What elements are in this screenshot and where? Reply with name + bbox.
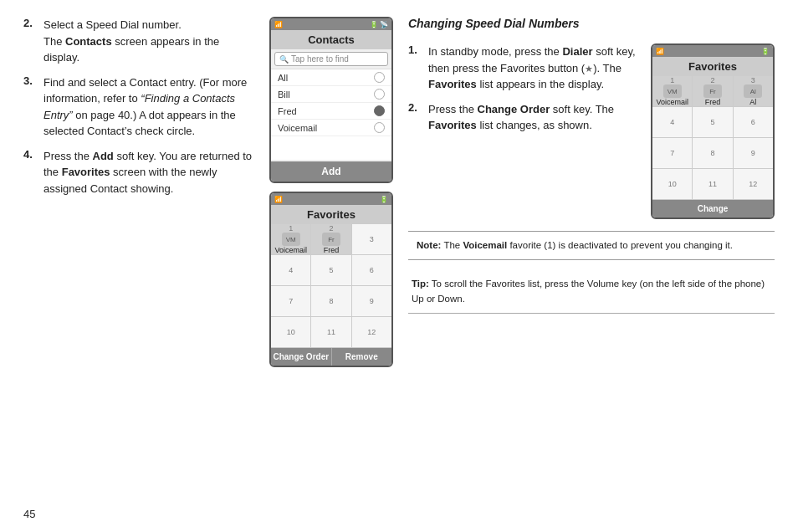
- fav-left-status-icons: 🔋: [380, 196, 388, 203]
- fav-row-1: 1 VM Voicemail 2 Fr Fred 3: [271, 224, 391, 255]
- contact-label-fred: Fred: [278, 106, 297, 116]
- page-number: 45: [23, 508, 35, 520]
- right-step-2-number: 2.: [408, 101, 423, 134]
- contacts-search-bar[interactable]: 🔍 Tap here to find: [274, 52, 388, 66]
- contact-row-bill[interactable]: Bill: [271, 86, 391, 103]
- contact-label-voicemail: Voicemail: [278, 123, 317, 133]
- step-4-content: Press the Add soft key. You are returned…: [43, 148, 258, 197]
- right-step-1-bold2: Favorites: [428, 78, 477, 90]
- favorites-phone-left: 📶 🔋 Favorites 1 VM Voicemail: [269, 192, 393, 367]
- contact-circle-bill: [374, 89, 385, 100]
- fav-right-cell-vm[interactable]: 1 VM Voicemail: [652, 76, 693, 106]
- fav-cell-6[interactable]: 6: [352, 255, 391, 285]
- fav-right-cell-fred[interactable]: 2 Fr Fred: [693, 76, 733, 106]
- right-step-2-bold1: Change Order: [478, 103, 550, 115]
- favorites-right-bottom: Change: [652, 200, 773, 217]
- contact-circle-voicemail: [374, 122, 385, 133]
- fav-cell-2[interactable]: 2 Fr Fred: [311, 224, 351, 254]
- left-phones: 📶 🔋📡 Contacts 🔍 Tap here to find: [266, 17, 393, 367]
- tip-label: Tip:: [412, 279, 429, 289]
- left-steps: 2. Select a Speed Dial number. The Conta…: [23, 17, 258, 367]
- left-column: 2. Select a Speed Dial number. The Conta…: [23, 17, 408, 519]
- note-text1: The: [441, 240, 463, 250]
- step-3-text2: on page 40.) A dot appears in the select…: [43, 109, 236, 138]
- fav-cell-10[interactable]: 10: [271, 317, 311, 347]
- right-step-1-number: 1.: [408, 43, 423, 93]
- step-3-content: Find and select a Contact entry. (For mo…: [43, 74, 258, 140]
- fav-right-row-3: 7 8 9: [652, 138, 773, 169]
- fav-right-row-4: 10 11 12: [652, 169, 773, 200]
- fav-avatar-fred: Fr: [322, 233, 340, 246]
- fav-row-4: 10 11 12: [271, 317, 391, 348]
- step-2-block: 2. Select a Speed Dial number. The Conta…: [23, 17, 258, 66]
- fav-cell-9[interactable]: 9: [352, 286, 391, 316]
- step-4-number: 4.: [23, 148, 38, 197]
- contact-row-fred[interactable]: Fred: [271, 103, 391, 120]
- fav-avatar-voicemail: VM: [282, 233, 300, 246]
- fav-cell-12[interactable]: 12: [352, 317, 391, 347]
- note-text2: favorite (1) is deactivated to prevent y…: [507, 240, 733, 250]
- fav-right-cell-al[interactable]: 3 Al Al: [734, 76, 773, 106]
- fav-cell-1[interactable]: 1 VM Voicemail: [271, 224, 311, 254]
- right-step-2-text3: list changes, as shown.: [477, 119, 592, 131]
- step-4-text1: Press the: [43, 150, 93, 162]
- favorites-phone-right: 📶 🔋 Favorites 1 VM Voicemail: [651, 43, 775, 219]
- fav-right-row-2: 4 5 6: [652, 107, 773, 138]
- fav-right-avatar-fred: Fr: [703, 84, 722, 98]
- favorites-right-title: Favorites: [652, 57, 773, 76]
- note-bold-voicemail: Voicemail: [463, 240, 507, 250]
- fav-cell-8[interactable]: 8: [311, 286, 351, 316]
- left-steps-phones: 2. Select a Speed Dial number. The Conta…: [23, 17, 393, 367]
- step-2-text1: Select a Speed Dial number.: [43, 18, 182, 31]
- step-2-content: Select a Speed Dial number. The Contacts…: [43, 17, 258, 66]
- contacts-status-bar: 📶 🔋📡: [271, 18, 391, 30]
- fav-cell-11[interactable]: 11: [311, 317, 351, 347]
- favorites-star-icon: ★: [585, 64, 593, 74]
- fav-cell-4[interactable]: 4: [271, 255, 311, 285]
- contact-circle-all: [374, 72, 385, 83]
- right-step-1-text3: ). The: [593, 62, 622, 74]
- contacts-add-button[interactable]: Add: [271, 161, 391, 182]
- right-step-1-text1: In standby mode, press the: [428, 45, 562, 58]
- contact-row-voicemail[interactable]: Voicemail: [271, 120, 391, 136]
- right-main: 1. In standby mode, press the Dialer sof…: [408, 43, 775, 219]
- favorites-left-bottom: Change Order Remove: [271, 348, 391, 366]
- contact-label-bill: Bill: [278, 90, 290, 100]
- change-order-button[interactable]: Change Order: [271, 348, 332, 366]
- tip-block: Tip: To scroll the Favorites list, press…: [408, 270, 775, 314]
- remove-button[interactable]: Remove: [332, 348, 392, 366]
- step-2-text2: The: [43, 35, 65, 48]
- contacts-title: Contacts: [271, 30, 391, 49]
- fav-num-1: 1: [289, 224, 293, 233]
- right-step-1-bold1: Dialer: [562, 45, 592, 58]
- right-step-2-content: Press the Change Order soft key. The Fav…: [428, 101, 637, 134]
- right-column: Changing Speed Dial Numbers 1. In standb…: [408, 17, 775, 519]
- fav-name-fred: Fred: [324, 246, 340, 254]
- fav-cell-5[interactable]: 5: [311, 255, 351, 285]
- contacts-search-placeholder: Tap here to find: [291, 54, 349, 64]
- right-text: 1. In standby mode, press the Dialer sof…: [408, 43, 637, 219]
- step-2-number: 2.: [23, 17, 38, 66]
- fav-right-status-icons: 🔋: [761, 48, 770, 55]
- favorites-left-title: Favorites: [271, 205, 391, 224]
- fav-num-3: 3: [370, 235, 374, 243]
- favorites-left-grid: 1 VM Voicemail 2 Fr Fred 3: [271, 224, 391, 348]
- contacts-list: All Bill Fred Voicemail: [271, 69, 391, 160]
- fav-cell-3[interactable]: 3: [352, 224, 391, 254]
- right-step-2-block: 2. Press the Change Order soft key. The …: [408, 101, 637, 134]
- change-button[interactable]: Change: [652, 200, 773, 217]
- step-4-bold1: Add: [93, 150, 114, 162]
- main-layout: 2. Select a Speed Dial number. The Conta…: [23, 17, 775, 519]
- contact-circle-fred: [374, 105, 385, 116]
- right-step-1-content: In standby mode, press the Dialer soft k…: [428, 43, 637, 93]
- fav-cell-7[interactable]: 7: [271, 286, 311, 316]
- step-3-block: 3. Find and select a Contact entry. (For…: [23, 74, 258, 140]
- contact-row-all[interactable]: All: [271, 69, 391, 86]
- step-3-number: 3.: [23, 74, 38, 140]
- note-block: Note: The Voicemail favorite (1) is deac…: [408, 231, 775, 260]
- fav-num-2: 2: [329, 224, 333, 233]
- fav-right-avatar-vm: VM: [663, 84, 682, 98]
- fav-name-voicemail: Voicemail: [274, 246, 307, 254]
- step-2-bold1: Contacts: [65, 35, 112, 48]
- section-title: Changing Speed Dial Numbers: [408, 17, 775, 30]
